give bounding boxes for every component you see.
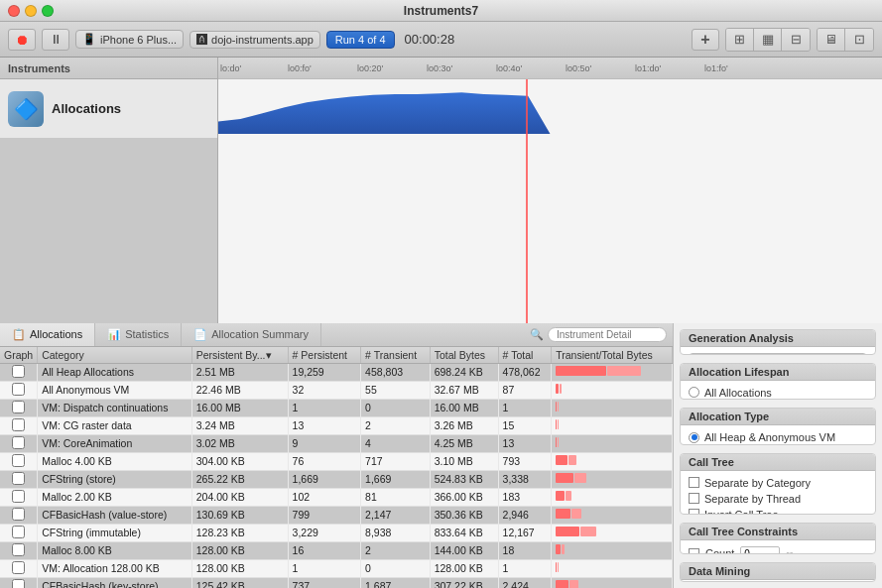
row-persistent-cell: 32	[288, 381, 361, 399]
record-button[interactable]: ⏺	[8, 29, 36, 51]
count-constraint-checkbox[interactable]	[689, 548, 699, 554]
row-graph-cell	[0, 577, 38, 588]
allocation-lifespan-section: Allocation Lifespan All Allocations Crea…	[680, 363, 876, 400]
radio-heap-anon-vm-label: All Heap & Anonymous VM	[704, 431, 835, 443]
table-view-button[interactable]: ▦	[754, 29, 782, 51]
row-checkbox[interactable]	[12, 526, 25, 538]
row-checkbox[interactable]	[12, 454, 25, 467]
table-row[interactable]: Malloc 8.00 KB 128.00 KB 16 2 144.00 KB …	[0, 541, 673, 559]
radio-heap-anon-vm[interactable]: All Heap & Anonymous VM	[689, 431, 867, 443]
tab-bar: 📋 Allocations 📊 Statistics 📄 Allocation …	[0, 323, 673, 347]
row-persistent-bytes-cell: 128.00 KB	[191, 559, 288, 577]
table-row[interactable]: Malloc 4.00 KB 304.00 KB 76 717 3.10 MB …	[0, 452, 673, 470]
count-min-input[interactable]	[740, 546, 780, 554]
row-checkbox[interactable]	[12, 543, 25, 556]
cb-separate-thread[interactable]: Separate by Thread	[689, 493, 867, 505]
row-transient-cell: 55	[361, 381, 431, 399]
expand-button[interactable]: ⊡	[845, 29, 873, 51]
device-selector[interactable]: 📱 iPhone 6 Plus...	[75, 30, 184, 49]
row-total-cell: 1	[498, 559, 552, 577]
minimize-button[interactable]	[25, 5, 37, 17]
table-row[interactable]: All Anonymous VM 22.46 MB 32 55 32.67 MB…	[0, 381, 673, 399]
call-tree-constraints-body: Count ∞ Bytes -∞	[681, 540, 875, 554]
row-total-bytes-cell: 350.36 KB	[430, 506, 498, 524]
bottom-split: 📋 Allocations 📊 Statistics 📄 Allocation …	[0, 323, 882, 589]
row-bar-cell	[552, 577, 673, 588]
instruments-header: Instruments	[0, 58, 217, 79]
app-selector[interactable]: 🅰 dojo-instruments.app	[189, 31, 320, 49]
call-tree-constraints-section: Call Tree Constraints Count ∞ Bytes -∞	[680, 523, 876, 554]
row-checkbox[interactable]	[12, 508, 25, 521]
radio-all-allocations[interactable]: All Allocations	[689, 387, 867, 399]
tab-statistics[interactable]: 📊 Statistics	[95, 323, 182, 346]
row-total-cell: 478,062	[498, 363, 552, 381]
count-constraint-label: Count	[705, 547, 734, 553]
row-total-cell: 3,338	[498, 470, 552, 488]
table-row[interactable]: All Heap Allocations 2.51 MB 19,259 458,…	[0, 363, 673, 381]
row-total-bytes-cell: 3.10 MB	[430, 452, 498, 470]
tab-allocation-summary[interactable]: 📄 Allocation Summary	[182, 323, 321, 346]
row-transient-cell: 0	[361, 559, 431, 577]
allocation-type-title: Allocation Type	[681, 409, 875, 425]
row-persistent-bytes-cell: 16.00 MB	[191, 399, 288, 416]
row-checkbox[interactable]	[12, 418, 25, 431]
row-persistent-cell: 1	[288, 399, 361, 416]
row-checkbox[interactable]	[12, 401, 25, 413]
row-total-bytes-cell: 4.25 MB	[430, 434, 498, 452]
allocations-track[interactable]: 🔷 Allocations	[0, 79, 217, 139]
row-persistent-cell: 76	[288, 452, 361, 470]
cb-invert-call-tree[interactable]: Invert Call Tree	[689, 509, 867, 515]
table-row[interactable]: Malloc 2.00 KB 204.00 KB 102 81 366.00 K…	[0, 488, 673, 506]
row-checkbox[interactable]	[12, 383, 25, 396]
table-row[interactable]: CFBasicHash (value-store) 130.69 KB 799 …	[0, 506, 673, 524]
row-persistent-cell: 19,259	[288, 363, 361, 381]
row-persistent-cell: 3,229	[288, 524, 361, 541]
maximize-button[interactable]	[42, 5, 54, 17]
tab-summary-label: Allocation Summary	[211, 328, 309, 340]
window-controls[interactable]	[8, 5, 54, 17]
table-row[interactable]: VM: CG raster data 3.24 MB 13 2 3.26 MB …	[0, 416, 673, 434]
row-transient-cell: 2	[361, 541, 431, 559]
ruler-label-0: lo:do'	[220, 63, 241, 73]
tab-allocations[interactable]: 📋 Allocations	[0, 323, 95, 346]
col-graph: Graph	[0, 347, 38, 364]
call-tree-constraints-title: Call Tree Constraints	[681, 524, 875, 540]
persistent-bar	[556, 527, 579, 536]
data-table[interactable]: Graph Category Persistent By...▾ # Persi…	[0, 347, 673, 589]
row-checkbox[interactable]	[12, 561, 25, 574]
row-persistent-bytes-cell: 304.00 KB	[191, 452, 288, 470]
add-instrument-button[interactable]: +	[692, 29, 719, 51]
cb-separate-category[interactable]: Separate by Category	[689, 477, 867, 489]
table-row[interactable]: CFString (immutable) 128.23 KB 3,229 8,9…	[0, 524, 673, 541]
row-bar-cell	[552, 416, 673, 434]
monitor-button[interactable]: 🖥	[818, 29, 845, 51]
row-persistent-cell: 16	[288, 541, 361, 559]
row-checkbox[interactable]	[12, 472, 25, 485]
count-constraint-row: Count ∞	[689, 546, 867, 554]
row-total-bytes-cell: 698.24 KB	[430, 363, 498, 381]
svg-marker-0	[218, 92, 551, 134]
row-checkbox[interactable]	[12, 490, 25, 503]
row-checkbox[interactable]	[12, 436, 25, 449]
call-tree-body: Separate by Category Separate by Thread …	[681, 471, 875, 515]
table-row[interactable]: VM: CoreAnimation 3.02 MB 9 4 4.25 MB 13	[0, 434, 673, 452]
ruler-label-4: lo0:4o'	[496, 63, 522, 73]
table-row[interactable]: CFBasicHash (key-store) 125.42 KB 737 1,…	[0, 577, 673, 588]
table-row[interactable]: VM: Allocation 128.00 KB 128.00 KB 1 0 1…	[0, 559, 673, 577]
row-checkbox[interactable]	[12, 365, 25, 378]
transient-bar	[566, 491, 571, 501]
pause-button[interactable]: ⏸	[42, 29, 69, 51]
detail-view-button[interactable]: ⊟	[782, 29, 810, 51]
row-bar-cell	[552, 470, 673, 488]
row-checkbox[interactable]	[12, 579, 25, 589]
search-input[interactable]	[548, 327, 667, 342]
data-mining-section: Data Mining	[680, 562, 876, 582]
cpu-view-button[interactable]: ⊞	[726, 29, 754, 51]
table-row[interactable]: CFString (store) 265.22 KB 1,669 1,669 5…	[0, 470, 673, 488]
mark-generation-button[interactable]: Mark Generation	[689, 353, 867, 355]
track-content[interactable]	[218, 79, 882, 323]
row-total-cell: 87	[498, 381, 552, 399]
persistent-bar	[556, 419, 557, 429]
table-row[interactable]: VM: Dispatch continuations 16.00 MB 1 0 …	[0, 399, 673, 416]
close-button[interactable]	[8, 5, 20, 17]
